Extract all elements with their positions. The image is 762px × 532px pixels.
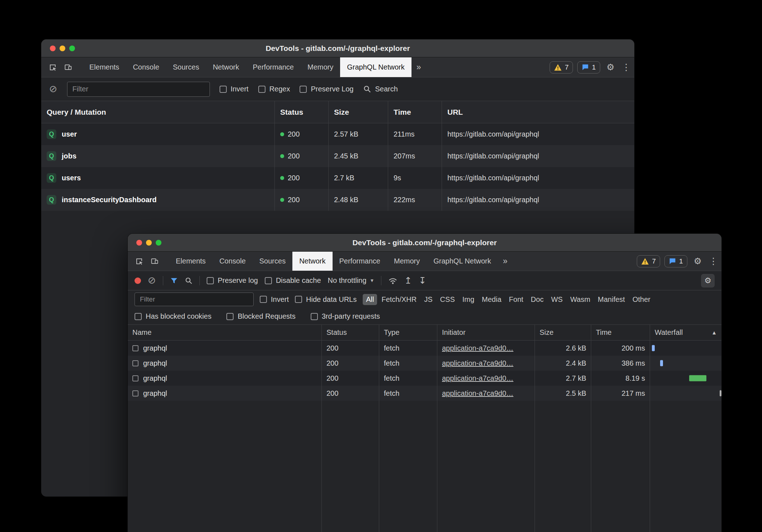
request-name: graphql bbox=[143, 374, 167, 383]
titlebar[interactable]: DevTools - gitlab.com/-/graphql-explorer bbox=[128, 234, 721, 252]
invert-checkbox[interactable]: Invert bbox=[260, 295, 289, 304]
type-filter-media[interactable]: Media bbox=[479, 294, 504, 305]
table-row[interactable]: Q users 200 2.7 kB 9s https://gitlab.com… bbox=[41, 167, 634, 189]
invert-checkbox[interactable]: Invert bbox=[220, 85, 249, 93]
type-filter-doc[interactable]: Doc bbox=[528, 294, 547, 305]
record-button[interactable] bbox=[135, 277, 141, 284]
blocked-cookies-checkbox[interactable]: Has blocked cookies bbox=[135, 312, 211, 320]
preserve-log-checkbox[interactable]: Preserve Log bbox=[300, 85, 353, 93]
type-filter-fetch-xhr[interactable]: Fetch/XHR bbox=[378, 294, 420, 305]
initiator-link[interactable]: application-a7ca9d0… bbox=[442, 359, 513, 367]
initiator-link[interactable]: application-a7ca9d0… bbox=[442, 344, 513, 352]
type-filter-all[interactable]: All bbox=[363, 294, 377, 305]
row-checkbox[interactable] bbox=[132, 360, 138, 366]
preserve-log-checkbox[interactable]: Preserve log bbox=[207, 276, 258, 285]
import-har-icon[interactable]: ↥ bbox=[404, 275, 412, 286]
query-badge: Q bbox=[47, 151, 56, 161]
third-party-requests-checkbox[interactable]: 3rd-party requests bbox=[311, 312, 380, 320]
tab-console[interactable]: Console bbox=[212, 252, 252, 271]
table-row[interactable]: Q jobs 200 2.45 kB 207ms https://gitlab.… bbox=[41, 145, 634, 167]
column-header-initiator[interactable]: Initiator bbox=[437, 325, 535, 340]
device-toolbar-icon[interactable] bbox=[150, 257, 159, 266]
export-har-icon[interactable]: ↧ bbox=[419, 275, 426, 286]
status-ok-dot bbox=[280, 132, 284, 136]
type-filter-wasm[interactable]: Wasm bbox=[567, 294, 593, 305]
blocked-requests-checkbox[interactable]: Blocked Requests bbox=[226, 312, 295, 320]
issues-badge[interactable]: 1 bbox=[664, 255, 687, 267]
titlebar[interactable]: DevTools - gitlab.com/-/graphql-explorer bbox=[41, 39, 634, 57]
regex-checkbox[interactable]: Regex bbox=[258, 85, 290, 93]
tab-memory[interactable]: Memory bbox=[387, 252, 427, 271]
filter-input[interactable] bbox=[67, 82, 210, 97]
clear-block-icon[interactable]: ⊘ bbox=[49, 84, 57, 94]
warnings-badge[interactable]: 7 bbox=[637, 255, 660, 267]
initiator-link[interactable]: application-a7ca9d0… bbox=[442, 374, 513, 383]
more-tabs-icon[interactable]: » bbox=[411, 57, 426, 77]
minimize-button[interactable] bbox=[60, 46, 65, 51]
close-button[interactable] bbox=[50, 46, 56, 51]
clear-requests-icon[interactable]: ⊘ bbox=[148, 276, 156, 285]
type-filter-manifest[interactable]: Manifest bbox=[594, 294, 628, 305]
row-checkbox[interactable] bbox=[132, 345, 138, 351]
table-row[interactable]: graphql 200 fetch application-a7ca9d0… 2… bbox=[128, 371, 721, 386]
column-header-time[interactable]: Time bbox=[591, 325, 650, 340]
settings-gear-icon[interactable]: ⚙ bbox=[603, 57, 618, 77]
row-checkbox[interactable] bbox=[132, 390, 138, 396]
column-header-status: Status bbox=[274, 101, 328, 123]
tab-performance[interactable]: Performance bbox=[333, 252, 387, 271]
warnings-badge[interactable]: 7 bbox=[550, 61, 573, 73]
tab-network[interactable]: Network bbox=[206, 57, 246, 77]
tab-graphql-network[interactable]: GraphQL Network bbox=[340, 57, 411, 77]
initiator-link[interactable]: application-a7ca9d0… bbox=[442, 389, 513, 398]
more-tabs-icon[interactable]: » bbox=[498, 252, 513, 271]
column-header-type[interactable]: Type bbox=[379, 325, 437, 340]
column-header-size[interactable]: Size bbox=[535, 325, 591, 340]
query-name-cell: Q jobs bbox=[41, 145, 274, 167]
kebab-menu-icon[interactable]: ⋮ bbox=[705, 252, 721, 271]
type-filter-js[interactable]: JS bbox=[421, 294, 436, 305]
zoom-button[interactable] bbox=[69, 46, 75, 51]
type-filter-img[interactable]: Img bbox=[459, 294, 478, 305]
table-row[interactable]: graphql 200 fetch application-a7ca9d0… 2… bbox=[128, 386, 721, 401]
tab-sources[interactable]: Sources bbox=[166, 57, 206, 77]
zoom-button[interactable] bbox=[156, 240, 161, 246]
tab-memory[interactable]: Memory bbox=[301, 57, 340, 77]
minimize-button[interactable] bbox=[146, 240, 152, 246]
table-row[interactable]: Q instanceSecurityDashboard 200 2.48 kB … bbox=[41, 189, 634, 211]
device-toolbar-icon[interactable] bbox=[64, 63, 72, 72]
checkbox-box bbox=[220, 86, 227, 93]
tab-performance[interactable]: Performance bbox=[246, 57, 301, 77]
type-filter-ws[interactable]: WS bbox=[548, 294, 566, 305]
hide-data-urls-checkbox[interactable]: Hide data URLs bbox=[295, 295, 357, 304]
tab-graphql-network[interactable]: GraphQL Network bbox=[427, 252, 498, 271]
throttling-dropdown[interactable]: No throttling ▼ bbox=[328, 276, 375, 285]
type-filter-other[interactable]: Other bbox=[629, 294, 654, 305]
tab-console[interactable]: Console bbox=[126, 57, 166, 77]
column-header-waterfall[interactable]: Waterfall ▲ bbox=[650, 325, 721, 340]
table-row[interactable]: graphql 200 fetch application-a7ca9d0… 2… bbox=[128, 356, 721, 371]
filter-funnel-icon[interactable] bbox=[170, 277, 178, 285]
network-filter-input[interactable] bbox=[135, 293, 254, 306]
column-header-name[interactable]: Name bbox=[128, 325, 321, 340]
close-button[interactable] bbox=[136, 240, 142, 246]
issues-badge[interactable]: 1 bbox=[577, 61, 600, 73]
table-row[interactable]: graphql 200 fetch application-a7ca9d0… 2… bbox=[128, 341, 721, 356]
tab-sources[interactable]: Sources bbox=[253, 252, 292, 271]
network-settings-gear-icon[interactable]: ⚙ bbox=[701, 274, 715, 288]
type-filter-font[interactable]: Font bbox=[506, 294, 527, 305]
type-filter-css[interactable]: CSS bbox=[437, 294, 458, 305]
search-button[interactable]: Search bbox=[363, 85, 398, 93]
network-conditions-icon[interactable] bbox=[388, 277, 398, 285]
disable-cache-checkbox[interactable]: Disable cache bbox=[265, 276, 321, 285]
search-icon[interactable] bbox=[185, 277, 193, 285]
tab-network[interactable]: Network bbox=[292, 252, 332, 271]
tab-elements[interactable]: Elements bbox=[169, 252, 212, 271]
column-header-status[interactable]: Status bbox=[321, 325, 379, 340]
kebab-menu-icon[interactable]: ⋮ bbox=[618, 57, 634, 77]
row-checkbox[interactable] bbox=[132, 375, 138, 381]
tab-elements[interactable]: Elements bbox=[83, 57, 126, 77]
settings-gear-icon[interactable]: ⚙ bbox=[690, 252, 705, 271]
inspect-element-icon[interactable] bbox=[135, 257, 144, 266]
inspect-element-icon[interactable] bbox=[48, 63, 57, 72]
table-row[interactable]: Q user 200 2.57 kB 211ms https://gitlab.… bbox=[41, 123, 634, 145]
